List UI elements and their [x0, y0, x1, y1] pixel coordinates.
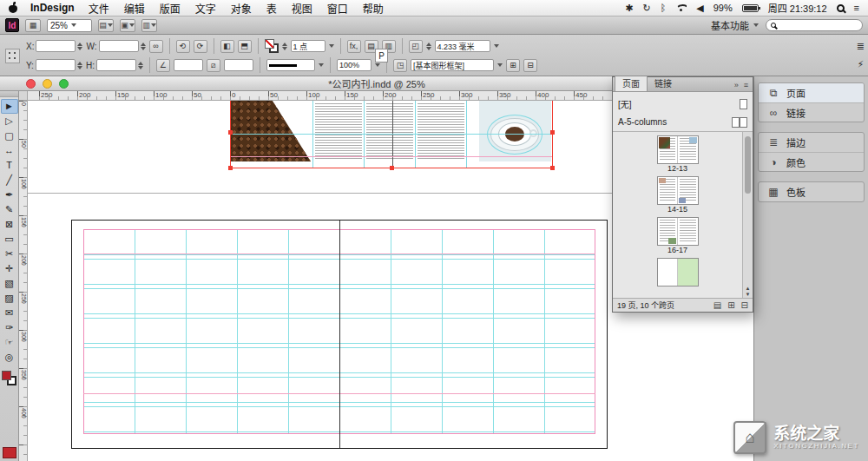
- shear-angle-input[interactable]: [224, 59, 253, 71]
- view-options-button[interactable]: ▤: [98, 19, 114, 32]
- tab-links[interactable]: 链接: [648, 75, 679, 91]
- spotlight-icon[interactable]: [837, 4, 845, 12]
- height-stepper[interactable]: [138, 62, 143, 69]
- menu-item[interactable]: 窗口: [327, 1, 348, 16]
- menu-item[interactable]: 文件: [89, 1, 109, 16]
- scrollbar-thumb[interactable]: [745, 136, 751, 194]
- delete-page-icon[interactable]: ⊟: [741, 300, 748, 310]
- sync-icon[interactable]: ↻: [642, 0, 650, 16]
- fill-swatch[interactable]: [265, 39, 274, 49]
- edit-page-size-icon[interactable]: ▤: [713, 300, 721, 310]
- volume-icon[interactable]: ◀: [696, 0, 703, 16]
- spread-top[interactable]: [230, 101, 553, 168]
- gap-tool[interactable]: ↔: [1, 143, 18, 158]
- bridge-icon[interactable]: ▦: [25, 19, 41, 32]
- zoom-window-button[interactable]: [59, 79, 69, 89]
- collapse-panel-icon[interactable]: »: [732, 81, 741, 91]
- spread-thumbnail[interactable]: [658, 218, 698, 245]
- gradient-feather-tool[interactable]: ▨: [1, 291, 18, 306]
- master-none-row[interactable]: [无]: [618, 95, 747, 113]
- width-stepper[interactable]: [141, 43, 146, 50]
- menu-item[interactable]: 对象: [231, 1, 252, 16]
- y-position-field[interactable]: Y:: [26, 59, 82, 71]
- scroll-down-icon[interactable]: ▼: [746, 292, 751, 297]
- distribute-buttons[interactable]: ⊟: [523, 59, 537, 72]
- x-position-input[interactable]: [36, 40, 76, 52]
- scissors-tool[interactable]: ✂: [1, 247, 18, 261]
- paragraph-toggle-button[interactable]: P: [375, 49, 388, 63]
- tab-pages[interactable]: 页面: [615, 74, 648, 91]
- menu-item[interactable]: 版面: [160, 1, 181, 16]
- object-style-dropdown-icon[interactable]: [497, 63, 503, 67]
- applied-color-swatch[interactable]: [3, 447, 16, 458]
- scroll-up-icon[interactable]: ▲: [746, 286, 751, 291]
- spread-thumbnail[interactable]: [658, 259, 698, 286]
- spread-thumbnail[interactable]: [658, 136, 698, 163]
- menu-clock[interactable]: 周四 21:39:12: [768, 1, 827, 15]
- text-column[interactable]: [315, 103, 362, 159]
- vertical-ruler[interactable]: 050100150200250300350400: [19, 101, 28, 461]
- screen-mode-button[interactable]: ▣: [120, 19, 135, 32]
- direct-selection-tool[interactable]: ▷: [1, 114, 18, 128]
- corner-options-icon[interactable]: ◰: [409, 40, 423, 53]
- notification-center-icon[interactable]: ≡: [854, 0, 859, 16]
- spread-item[interactable]: [658, 259, 698, 286]
- new-page-icon[interactable]: ⊞: [727, 300, 734, 310]
- app-status-icon[interactable]: ✱: [625, 0, 633, 16]
- reference-point-proxy[interactable]: [5, 49, 20, 63]
- panel-menu-icon[interactable]: ≣: [857, 41, 865, 52]
- flip-horizontal-button[interactable]: ◧: [220, 40, 234, 53]
- selection-handle[interactable]: [390, 166, 394, 170]
- selection-handle[interactable]: [550, 166, 555, 170]
- rotation-angle-input[interactable]: [174, 59, 203, 71]
- app-menu-title[interactable]: InDesign: [30, 2, 75, 14]
- spread-item[interactable]: 16-17: [658, 218, 698, 254]
- apple-menu-icon[interactable]: [9, 3, 18, 14]
- dock-item-swatches[interactable]: ▦ 色板: [759, 182, 864, 201]
- menu-item[interactable]: 视图: [292, 1, 312, 16]
- stroke-weight-stepper[interactable]: [282, 43, 287, 50]
- eyedropper-tool[interactable]: ✑: [1, 320, 18, 335]
- opacity-dropdown-icon[interactable]: [375, 63, 380, 67]
- constrain-proportions-icon[interactable]: ∞: [149, 40, 163, 53]
- zoom-tool[interactable]: ◎: [1, 350, 18, 365]
- rotate-ccw-button[interactable]: ⟲: [176, 40, 190, 53]
- workspace-switcher[interactable]: 基本功能: [711, 18, 759, 32]
- rectangle-frame-tool[interactable]: ⊠: [1, 217, 18, 232]
- type-tool[interactable]: T: [1, 158, 18, 173]
- panel-menu-icon[interactable]: ≡: [741, 81, 751, 91]
- y-position-input[interactable]: [36, 59, 76, 71]
- arrange-documents-button[interactable]: ▥: [141, 19, 157, 32]
- text-column[interactable]: [418, 103, 464, 159]
- master-row[interactable]: A-5-columns: [618, 113, 747, 131]
- flip-vertical-button[interactable]: ⬒: [238, 40, 252, 53]
- text-column[interactable]: [366, 103, 413, 159]
- stroke-weight-input[interactable]: 1 点: [291, 40, 326, 52]
- bluetooth-icon[interactable]: ᛒ: [661, 0, 667, 16]
- dock-item-color[interactable]: ◑ 颜色: [759, 152, 864, 171]
- hand-tool[interactable]: ☞: [1, 335, 18, 350]
- gradient-swatch-tool[interactable]: ▧: [1, 276, 18, 291]
- quick-apply-icon[interactable]: ⚡: [858, 59, 865, 70]
- width-field[interactable]: W:: [86, 40, 145, 52]
- stroke-style-select[interactable]: [266, 59, 315, 71]
- search-input[interactable]: [766, 19, 863, 31]
- effects-fx-button[interactable]: fx,: [347, 40, 361, 53]
- battery-icon[interactable]: [742, 4, 759, 12]
- pen-tool[interactable]: ✒: [1, 188, 18, 202]
- selection-handle[interactable]: [228, 130, 233, 135]
- corner-radius-stepper[interactable]: [426, 43, 431, 50]
- free-transform-tool[interactable]: ✛: [1, 261, 18, 276]
- master-thumb[interactable]: [732, 117, 747, 128]
- pages-scrollbar[interactable]: ▲ ▼: [742, 132, 753, 298]
- stroke-weight-dropdown-icon[interactable]: [329, 44, 334, 48]
- height-input[interactable]: [96, 59, 136, 71]
- height-field[interactable]: H:: [86, 59, 143, 71]
- rotate-cw-button[interactable]: ⟳: [194, 40, 207, 53]
- dock-item-links[interactable]: ∞ 链接: [759, 102, 864, 122]
- stroke-style-dropdown-icon[interactable]: [319, 63, 324, 67]
- spread-item[interactable]: 12-13: [658, 136, 698, 173]
- align-buttons[interactable]: ⊞: [506, 59, 520, 72]
- coffee-cup-image[interactable]: [479, 101, 551, 161]
- page-tool[interactable]: ▢: [1, 128, 18, 143]
